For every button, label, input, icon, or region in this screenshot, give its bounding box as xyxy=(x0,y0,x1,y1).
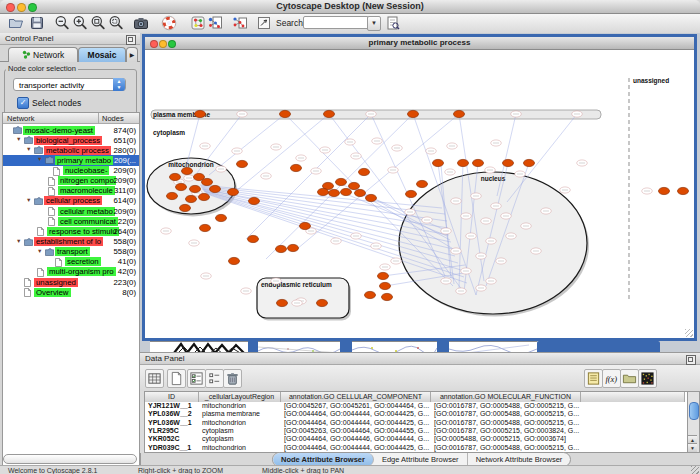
network-node-selected[interactable] xyxy=(365,291,376,298)
network-node-selected[interactable] xyxy=(355,189,366,196)
tree-row-unassigned[interactable]: unassigned223(0) xyxy=(3,277,139,287)
network-node-selected[interactable] xyxy=(524,159,535,166)
network-node-selected[interactable] xyxy=(280,110,291,117)
network-merge-icon[interactable] xyxy=(232,15,248,31)
table-row[interactable]: YPL036W__1mitochondrion[GO:0044464, GO:0… xyxy=(145,419,687,427)
network-node-selected[interactable] xyxy=(276,245,287,252)
select-all-attributes-icon[interactable] xyxy=(145,369,164,388)
annotation-icon[interactable] xyxy=(256,15,272,31)
tree-row-metabolic-process[interactable]: ▼metabolic process280(0) xyxy=(3,145,139,155)
column-header-0[interactable]: ID xyxy=(145,392,199,402)
network-node-selected[interactable] xyxy=(195,110,206,117)
network-node-selected[interactable] xyxy=(382,293,393,300)
network-node-selected[interactable] xyxy=(349,182,360,189)
tree-row-nucleobase-[interactable]: nucleobase-209(0) xyxy=(3,166,139,176)
network-node-selected[interactable] xyxy=(170,173,181,180)
column-header-2[interactable]: annotation.GO CELLULAR_COMPONENT xyxy=(281,392,431,402)
tree-row-multi-organism-pro[interactable]: multi-organism pro42(0) xyxy=(3,267,139,277)
network-node-selected[interactable] xyxy=(329,189,340,196)
network-node-selected[interactable] xyxy=(229,257,240,264)
network-overview-icon[interactable] xyxy=(190,15,206,31)
tab-mosaic[interactable]: Mosaic xyxy=(78,47,126,62)
zoom-fit-icon[interactable] xyxy=(90,15,106,31)
network-node-selected[interactable] xyxy=(249,197,260,204)
column-header-filler[interactable] xyxy=(581,392,685,402)
tree-row-cellular-metabo[interactable]: cellular metabo209(0) xyxy=(3,206,139,216)
network-node-selected[interactable] xyxy=(288,244,299,251)
network-node-selected[interactable] xyxy=(378,272,389,279)
table-scrollbar[interactable]: ▲ ▼ xyxy=(687,391,700,453)
network-node-selected[interactable] xyxy=(237,160,248,167)
network-node-selected[interactable] xyxy=(300,222,311,229)
network-node-selected[interactable] xyxy=(458,159,469,166)
network-view-frame[interactable]: primary metabolic process plasma membran… xyxy=(142,34,697,341)
table-row[interactable]: YJR121W__1mitochondrion[GO:0045267, GO:0… xyxy=(145,402,687,410)
attribute-matrix-icon[interactable] xyxy=(638,369,657,388)
search-input[interactable] xyxy=(303,16,369,29)
attribute-layout-icon[interactable] xyxy=(205,369,224,388)
import-attributes-icon[interactable] xyxy=(620,369,639,388)
tree-row-cellular-process[interactable]: ▼cellular process614(0) xyxy=(3,196,139,206)
expand-arrow-icon[interactable]: ▼ xyxy=(37,248,42,254)
network-node-selected[interactable] xyxy=(167,192,178,199)
network-node-selected[interactable] xyxy=(176,183,187,190)
network-node-selected[interactable] xyxy=(318,188,329,195)
select-attributes-icon[interactable] xyxy=(187,369,206,388)
network-node-selected[interactable] xyxy=(216,214,227,221)
network-node-selected[interactable] xyxy=(277,299,288,306)
network-graph[interactable]: plasma membranecytoplasmmitochondrionnuc… xyxy=(145,50,694,338)
table-row[interactable]: YLR295Ccytoplasm[GO:0045263, GO:0044464,… xyxy=(145,427,687,435)
window-resize-grip[interactable] xyxy=(691,466,699,474)
expand-arrow-icon[interactable]: ▼ xyxy=(26,146,31,152)
tree-row-mosaic-demo-yeast[interactable]: mosaic-demo-yeast874(0) xyxy=(3,125,139,135)
open-session-icon[interactable] xyxy=(8,15,24,31)
table-row[interactable]: YPL036W__2plasma membrane[GO:0044464, GO… xyxy=(145,410,687,418)
data-panel-float-icon[interactable] xyxy=(686,355,696,365)
expand-arrow-icon[interactable]: ▼ xyxy=(37,156,42,162)
network-node-selected[interactable] xyxy=(180,204,191,211)
tree-row-nitrogen-compo[interactable]: nitrogen compo209(0) xyxy=(3,176,139,186)
column-header-1[interactable]: _cellularLayoutRegion xyxy=(199,392,281,402)
network-node-selected[interactable] xyxy=(291,164,302,171)
network-node-selected[interactable] xyxy=(380,282,391,289)
network-node-selected[interactable] xyxy=(186,195,197,202)
expand-arrow-icon[interactable]: ▼ xyxy=(26,197,31,203)
network-node-selected[interactable] xyxy=(359,168,370,175)
tab-scroll-right-icon[interactable]: ▶ xyxy=(126,47,138,62)
network-view-titlebar[interactable]: primary metabolic process xyxy=(145,37,694,50)
save-session-icon[interactable] xyxy=(29,15,45,31)
network-node-selected[interactable] xyxy=(199,193,210,200)
network-node-selected[interactable] xyxy=(202,178,213,185)
network-node-selected[interactable] xyxy=(317,299,328,306)
function-builder-icon[interactable]: f(x) xyxy=(602,369,621,388)
table-row[interactable]: YKR052Ccytoplasm[GO:0044464, GO:0044446,… xyxy=(145,435,687,443)
help-icon[interactable] xyxy=(161,15,177,31)
tree-row-macromolecule[interactable]: macromolecule311(0) xyxy=(3,186,139,196)
network-node-selected[interactable] xyxy=(503,159,514,166)
network-node-selected[interactable] xyxy=(366,194,377,201)
tab-network[interactable]: Network xyxy=(8,47,78,62)
network-node-selected[interactable] xyxy=(417,180,428,187)
network-node-selected[interactable] xyxy=(433,159,444,166)
new-network-icon[interactable] xyxy=(207,15,223,31)
tree-row-secretion[interactable]: secretion41(0) xyxy=(3,257,139,267)
tree-row-primary-metabo[interactable]: ▼primary metabo209(... xyxy=(3,155,139,165)
network-node-selected[interactable] xyxy=(678,187,689,194)
scroll-down-icon[interactable]: ▼ xyxy=(688,443,697,452)
expand-arrow-icon[interactable]: ▼ xyxy=(16,238,21,244)
network-node-selected[interactable] xyxy=(200,224,211,231)
network-node-selected[interactable] xyxy=(659,187,670,194)
tree-row-establishment-of-lo[interactable]: ▼establishment of lo558(0) xyxy=(3,237,139,247)
tree-row-response-to-stimulu[interactable]: response to stimulu264(0) xyxy=(3,226,139,236)
tree-row-cell-communicat[interactable]: cell communicat22(0) xyxy=(3,216,139,226)
zoom-out-icon[interactable] xyxy=(54,15,70,31)
create-attribute-icon[interactable] xyxy=(167,369,186,388)
network-node-selected[interactable] xyxy=(454,110,465,117)
scrollbar-thumb[interactable] xyxy=(689,402,699,420)
network-node-selected[interactable] xyxy=(228,188,239,195)
network-node-selected[interactable] xyxy=(190,185,201,192)
expand-arrow-icon[interactable]: ▼ xyxy=(16,136,21,142)
network-node-selected[interactable] xyxy=(210,185,221,192)
network-node-selected[interactable] xyxy=(406,190,417,197)
attribute-editor-icon[interactable] xyxy=(584,369,603,388)
